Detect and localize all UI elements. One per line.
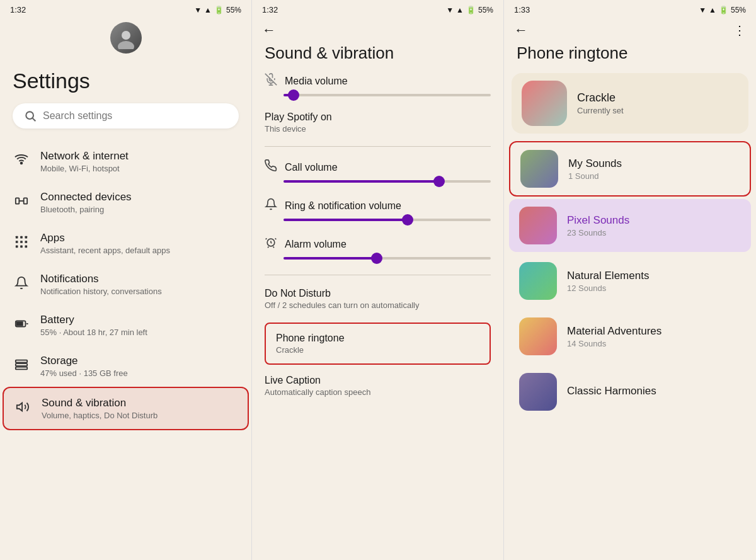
settings-item-storage[interactable]: Storage 47% used · 135 GB free [3, 346, 249, 387]
network-sub: Mobile, Wi-Fi, hotspot [40, 164, 129, 173]
svg-rect-13 [25, 241, 28, 243]
settings-item-notifications[interactable]: Notifications Notification history, conv… [3, 264, 249, 305]
ring-volume-fill [284, 219, 408, 221]
settings-item-network[interactable]: Network & internet Mobile, Wi-Fi, hotspo… [3, 141, 249, 182]
ringtone-item-mysounds[interactable]: My Sounds 1 Sound [509, 141, 751, 197]
more-options-icon[interactable]: ⋮ [733, 23, 746, 38]
ring-volume-thumb [402, 214, 413, 226]
svg-rect-20 [16, 363, 27, 366]
alarm-volume-item[interactable]: Alarm volume [265, 236, 491, 260]
call-volume-thumb [433, 176, 445, 187]
svg-rect-19 [16, 360, 27, 363]
ringtone-item-pixel[interactable]: Pixel Sounds 23 Sounds [509, 199, 751, 252]
phone-ringtone-label: Phone ringtone [276, 333, 479, 344]
search-bar[interactable] [13, 103, 239, 129]
material-sub: 14 Sounds [567, 339, 662, 348]
crackle-name: Crackle [577, 91, 624, 105]
settings-list: Network & internet Mobile, Wi-Fi, hotspo… [0, 141, 251, 430]
ringtone-panel: 1:33 ▼ ▲ 🔋 55% ← ⋮ Phone ringtone Crackl… [504, 0, 756, 560]
connected-icon [13, 194, 30, 211]
spotify-item[interactable]: Play Spotify on This device [265, 111, 491, 134]
storage-label: Storage [40, 355, 128, 367]
pixel-art [519, 207, 557, 244]
svg-point-2 [26, 111, 33, 119]
phone-ringtone-item[interactable]: Phone ringtone Crackle [265, 323, 491, 365]
ring-volume-label: Ring & notification volume [285, 200, 401, 212]
call-volume-slider[interactable] [284, 180, 491, 183]
ringtone-list: My Sounds 1 Sound Pixel Sounds 23 Sounds… [504, 141, 756, 418]
live-caption-item[interactable]: Live Caption Automatically caption speec… [265, 375, 491, 397]
material-name: Material Adventures [567, 325, 662, 338]
alarm-volume-label: Alarm volume [285, 239, 346, 250]
classic-art [519, 373, 557, 411]
settings-item-apps[interactable]: Apps Assistant, recent apps, default app… [3, 223, 249, 264]
svg-rect-5 [16, 198, 20, 203]
settings-panel: 1:32 ▼ ▲ 🔋 55% Settings [0, 0, 252, 560]
storage-sub: 47% used · 135 GB free [40, 369, 128, 378]
svg-marker-22 [17, 403, 22, 411]
ring-volume-icon [265, 198, 277, 214]
svg-rect-12 [20, 241, 23, 243]
currently-set-card[interactable]: Crackle Currently set [512, 73, 748, 134]
alarm-volume-slider[interactable] [284, 257, 491, 260]
call-volume-fill [284, 180, 439, 183]
crackle-art [522, 81, 567, 126]
sound-label: Sound & vibration [42, 397, 158, 409]
do-not-disturb-item[interactable]: Do Not Disturb Off / 2 schedules can tur… [265, 288, 491, 310]
call-volume-label: Call volume [285, 162, 338, 173]
back-button-sound[interactable]: ← [262, 22, 276, 38]
notifications-label: Notifications [40, 273, 162, 285]
ringtone-item-natural[interactable]: Natural Elements 12 Sounds [509, 254, 751, 307]
battery-sub: 55% · About 18 hr, 27 min left [40, 328, 147, 337]
avatar-wrapper [0, 17, 251, 54]
storage-icon [13, 358, 30, 375]
alarm-volume-thumb [371, 253, 382, 264]
avatar[interactable] [110, 22, 142, 54]
ring-volume-item[interactable]: Ring & notification volume [265, 198, 491, 221]
mysounds-sub: 1 Sound [568, 171, 622, 181]
media-volume-item[interactable]: Media volume [265, 73, 491, 96]
ring-volume-slider[interactable] [284, 219, 491, 221]
ringtone-title: Phone ringtone [504, 43, 756, 73]
svg-rect-18 [17, 322, 23, 326]
svg-rect-10 [25, 236, 28, 239]
search-input[interactable] [43, 110, 227, 122]
svg-rect-11 [16, 241, 18, 243]
battery-label: Battery [40, 314, 147, 326]
time-settings: 1:32 [10, 5, 26, 14]
ringtone-item-material[interactable]: Material Adventures 14 Sounds [509, 310, 751, 363]
status-bar-sound: 1:32 ▼ ▲ 🔋 55% [252, 0, 503, 17]
network-label: Network & internet [40, 150, 129, 163]
media-volume-icon [265, 73, 277, 89]
sound-title: Sound & vibration [252, 43, 503, 73]
signal-icon: ▲ [204, 6, 212, 14]
ringtone-item-classic[interactable]: Classic Harmonies [509, 365, 751, 418]
sound-top-bar: ← [252, 17, 503, 43]
media-volume-slider[interactable] [284, 94, 491, 96]
spotify-sub: This device [265, 124, 491, 134]
back-button-ringtone[interactable]: ← [514, 22, 528, 38]
media-volume-label: Media volume [285, 76, 348, 87]
call-volume-item[interactable]: Call volume [265, 159, 491, 183]
settings-item-battery[interactable]: Battery 55% · About 18 hr, 27 min left [3, 305, 249, 346]
live-caption-label: Live Caption [265, 375, 491, 386]
divider2 [265, 275, 491, 275]
settings-item-connected[interactable]: Connected devices Bluetooth, pairing [3, 182, 249, 223]
status-icons-ringtone: ▼ ▲ 🔋 55% [699, 6, 746, 14]
sound-sections: Media volume Play Spotify on This device… [252, 73, 503, 397]
wifi-icon-ringtone: ▼ [699, 6, 706, 14]
natural-art [519, 262, 557, 300]
svg-point-0 [122, 31, 130, 40]
crackle-sub: Currently set [577, 106, 624, 115]
svg-rect-8 [16, 236, 18, 239]
settings-item-sound[interactable]: Sound & vibration Volume, haptics, Do No… [3, 387, 249, 430]
wifi-icon-sound: ▼ [446, 6, 454, 14]
svg-rect-21 [16, 367, 27, 370]
apps-icon [13, 235, 30, 252]
svg-rect-16 [25, 246, 28, 248]
signal-icon-sound: ▲ [456, 6, 464, 14]
phone-ringtone-sub: Crackle [276, 345, 479, 355]
svg-point-1 [118, 41, 134, 49]
spotify-label: Play Spotify on [265, 111, 491, 123]
notifications-sub: Notification history, conversations [40, 287, 162, 296]
